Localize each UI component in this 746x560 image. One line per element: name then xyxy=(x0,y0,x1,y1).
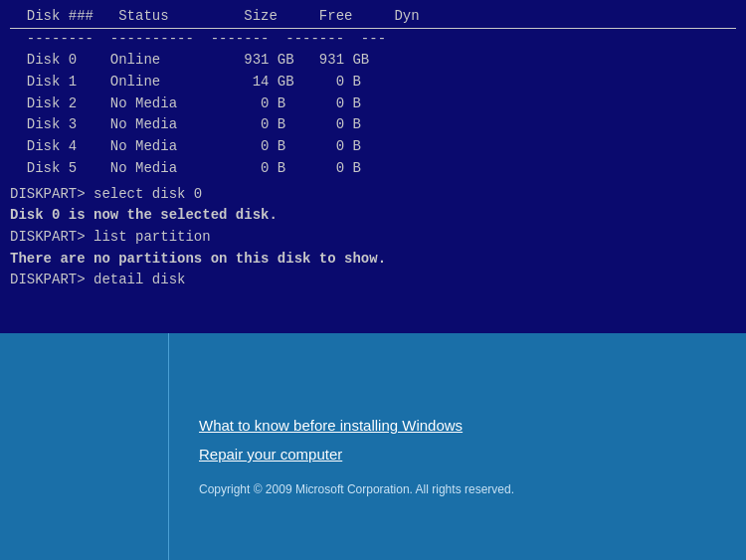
repair-computer-link[interactable]: Repair your computer xyxy=(199,446,716,463)
command-select-disk: DISKPART> select disk 0 xyxy=(10,184,736,206)
disk-row-5: Disk 5 No Media 0 B 0 B xyxy=(10,158,736,180)
disk-row-4: Disk 4 No Media 0 B 0 B xyxy=(10,136,736,158)
bottom-right-content: What to know before installing Windows R… xyxy=(169,333,746,560)
command-list-result: There are no partitions on this disk to … xyxy=(10,249,736,271)
disk-row-0: Disk 0 Online 931 GB 931 GB xyxy=(10,50,736,72)
bottom-panel: What to know before installing Windows R… xyxy=(0,333,746,560)
disk-row-2: Disk 2 No Media 0 B 0 B xyxy=(10,93,736,115)
terminal-window: Disk ### Status Size Free Dyn -------- -… xyxy=(0,0,746,333)
command-list-partition: DISKPART> list partition xyxy=(10,227,736,249)
command-select-result: Disk 0 is now the selected disk. xyxy=(10,205,736,227)
bottom-left-bar xyxy=(0,333,169,560)
copyright-text: Copyright © 2009 Microsoft Corporation. … xyxy=(199,482,716,496)
what-to-know-link[interactable]: What to know before installing Windows xyxy=(199,417,716,434)
disk-row-1: Disk 1 Online 14 GB 0 B xyxy=(10,72,736,93)
disk-row-3: Disk 3 No Media 0 B 0 B xyxy=(10,114,736,136)
disk-separator: -------- ---------- ------- ------- --- xyxy=(10,29,736,51)
command-detail-disk: DISKPART> detail disk xyxy=(10,270,736,291)
disk-header: Disk ### Status Size Free Dyn xyxy=(10,6,736,29)
